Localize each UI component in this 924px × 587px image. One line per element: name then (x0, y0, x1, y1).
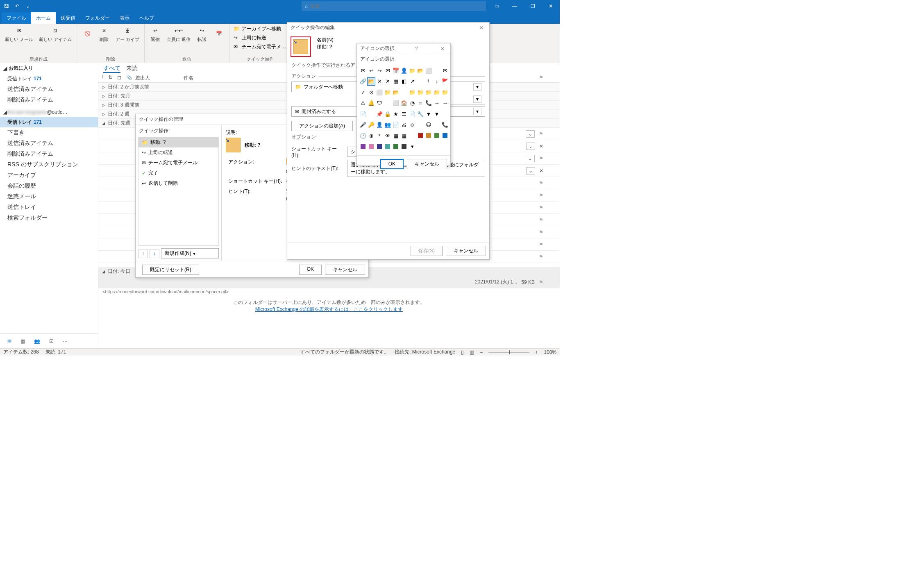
view-normal-icon[interactable]: ▯ (461, 349, 464, 355)
move-up-button[interactable]: ↑ (138, 249, 148, 258)
archive-button[interactable]: 🗄 アー カイブ (113, 25, 142, 43)
color-swatch[interactable] (417, 132, 424, 139)
icon-cell[interactable]: 📞 (441, 121, 449, 129)
account-header[interactable]: ◢first.last longname @outlo… (0, 108, 98, 117)
flag-icon[interactable]: ⚑ (539, 193, 543, 198)
maximize-button[interactable]: ❐ (524, 0, 542, 12)
icon-cell[interactable] (368, 110, 375, 118)
icon-cell[interactable]: ⊕ (368, 132, 375, 139)
icon-cell[interactable]: 📌 (376, 110, 383, 118)
icon-cell[interactable]: ⊘ (368, 88, 375, 96)
tab-folder[interactable]: フォルダー (80, 12, 115, 24)
color-swatch[interactable] (425, 132, 432, 139)
close-icon[interactable]: ✕ (477, 25, 486, 31)
icon-cell[interactable]: ▼ (425, 110, 432, 118)
color-swatch[interactable] (376, 143, 383, 150)
nav-sent-2[interactable]: 送信済みアイテム (0, 138, 98, 149)
icon-cell[interactable]: ↓ (433, 78, 440, 85)
icon-cell[interactable] (400, 88, 408, 96)
icon-cell[interactable]: ◧ (400, 78, 408, 85)
icon-cell[interactable]: 🔧 (417, 110, 424, 118)
icon-cell[interactable]: 📄 (392, 121, 400, 129)
nav-search[interactable]: 検索フォルダー (0, 213, 98, 223)
icon-cell[interactable]: 📂 (368, 78, 375, 85)
filter-unread[interactable]: 未読 (126, 65, 138, 73)
nav-junk[interactable]: 迷惑メール (0, 191, 98, 202)
zoom-slider[interactable] (488, 352, 529, 353)
cancel-button[interactable]: キャンセル (407, 159, 447, 169)
icon-picker-button[interactable] (291, 36, 311, 57)
jump-dropdown[interactable]: ⌄ (526, 167, 535, 175)
icon-cell[interactable]: ≡ (417, 100, 424, 107)
icon-cell[interactable]: 📁 (384, 88, 391, 96)
list-item[interactable]: ✉チーム宛て電子メール (138, 158, 218, 168)
nav-archive[interactable]: アーカイブ (0, 170, 98, 181)
icon-cell[interactable]: 👥 (384, 121, 391, 129)
color-swatch[interactable] (433, 132, 440, 139)
icon-cell[interactable]: ▼ (433, 110, 440, 118)
flag-icon[interactable]: ⚑ (539, 217, 543, 223)
minimize-button[interactable]: — (506, 0, 524, 12)
filter-all[interactable]: すべて (103, 65, 120, 73)
flag-icon[interactable]: ⚑ (539, 229, 543, 235)
icon-cell[interactable]: 📁 (417, 88, 424, 96)
icon-cell[interactable]: 📁 (425, 88, 432, 96)
icon-cell[interactable]: ☰ (400, 110, 408, 118)
nav-inbox[interactable]: 受信トレイ171 (0, 73, 98, 84)
delete-button[interactable]: ✕ 削除 (96, 25, 112, 43)
more-modules-icon[interactable]: ⋯ (63, 338, 68, 344)
color-swatch[interactable] (384, 143, 391, 150)
color-swatch[interactable] (359, 143, 367, 150)
tab-home[interactable]: ホーム (31, 12, 56, 24)
icon-cell[interactable]: → (441, 100, 449, 107)
icon-cell[interactable]: 🏠 (400, 100, 408, 107)
qat-customize-icon[interactable]: ⌄ (25, 3, 31, 9)
close-button[interactable]: ✕ (542, 0, 560, 12)
cancel-button[interactable]: キャンセル (446, 246, 486, 256)
flag-icon[interactable]: ⚑ (539, 254, 543, 260)
icon-cell[interactable]: 📞 (425, 100, 432, 107)
nav-drafts[interactable]: 下書き (0, 127, 98, 138)
nav-outbox[interactable]: 送信トレイ (0, 202, 98, 213)
col-from[interactable]: 差出人 (135, 75, 180, 82)
icon-cell[interactable]: 🎤 (359, 121, 367, 129)
icon-cell[interactable]: 📂 (417, 67, 424, 74)
icon-cell[interactable]: ☹ (425, 121, 432, 129)
icon-cell[interactable]: 🔔 (368, 100, 375, 107)
reply-button[interactable]: ↩返信 (147, 25, 163, 43)
icon-cell[interactable]: ↩ (368, 67, 375, 74)
list-item[interactable]: ↪上司に転送 (138, 147, 218, 158)
icon-cell[interactable]: 🛡 (376, 100, 383, 107)
icon-cell[interactable]: ✉ (441, 67, 449, 74)
ok-button[interactable]: OK (380, 159, 404, 169)
chevron-down-icon[interactable]: ▾ (409, 143, 416, 150)
icon-cell[interactable]: 🔒 (384, 110, 391, 118)
ignore-button[interactable]: 🚫 (79, 25, 95, 43)
icon-cell[interactable]: ☺ (409, 121, 416, 129)
meeting-button[interactable]: 📅 (211, 25, 227, 43)
icon-cell[interactable]: 👁 (384, 132, 391, 139)
flag-icon[interactable]: ⚑ (539, 156, 543, 161)
icon-cell[interactable]: 🖨 (400, 121, 408, 129)
qs-archive[interactable]: 📁アーカイブへ移動 (232, 25, 288, 33)
icon-cell[interactable]: 🔗 (359, 78, 367, 85)
icon-cell[interactable]: * (376, 132, 383, 139)
view-reading-icon[interactable]: ▥ (470, 349, 474, 355)
icon-cell[interactable]: 📂 (392, 88, 400, 96)
calendar-module-icon[interactable]: ▦ (20, 338, 25, 344)
icon-cell[interactable]: 🔑 (368, 121, 375, 129)
help-icon[interactable]: ? (413, 46, 420, 52)
icon-cell[interactable]: 📅 (392, 67, 400, 74)
nav-inbox-2[interactable]: 受信トレイ171 (0, 117, 98, 127)
icon-cell[interactable]: 🚩 (441, 78, 449, 85)
nav-deleted-2[interactable]: 削除済みアイテム (0, 149, 98, 159)
cancel-button[interactable]: キャンセル (325, 265, 365, 275)
icon-cell[interactable] (441, 110, 449, 118)
tab-help[interactable]: ヘルプ (134, 12, 159, 24)
list-item[interactable]: 📁移動: ? (138, 137, 218, 147)
mail-module-icon[interactable]: ✉ (7, 338, 11, 344)
icon-cell[interactable]: ! (425, 78, 432, 85)
nav-sent[interactable]: 送信済みアイテム (0, 84, 98, 95)
icon-cell[interactable] (417, 121, 424, 129)
flag-icon[interactable]: ⚑ (539, 242, 543, 247)
